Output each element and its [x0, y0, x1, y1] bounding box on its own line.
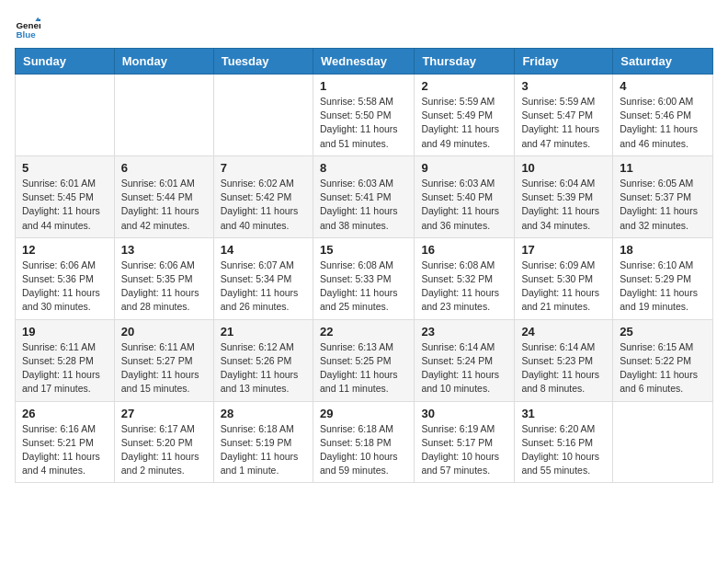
day-info: Sunrise: 6:06 AMSunset: 5:36 PMDaylight:…	[22, 259, 108, 315]
week-row-5: 26Sunrise: 6:16 AMSunset: 5:21 PMDayligh…	[16, 401, 713, 483]
day-info: Sunrise: 6:11 AMSunset: 5:28 PMDaylight:…	[22, 340, 108, 396]
day-cell: 20Sunrise: 6:11 AMSunset: 5:27 PMDayligh…	[114, 319, 213, 401]
day-number: 12	[22, 243, 108, 257]
day-number: 9	[421, 161, 507, 175]
day-cell: 23Sunrise: 6:14 AMSunset: 5:24 PMDayligh…	[415, 319, 515, 401]
day-number: 28	[221, 407, 306, 420]
day-number: 29	[320, 407, 407, 420]
day-number: 16	[421, 243, 507, 257]
day-info: Sunrise: 6:18 AMSunset: 5:18 PMDaylight:…	[320, 422, 407, 478]
day-number: 21	[221, 325, 306, 339]
week-row-2: 5Sunrise: 6:01 AMSunset: 5:45 PMDaylight…	[16, 155, 713, 237]
day-number: 11	[620, 161, 706, 175]
day-cell: 9Sunrise: 6:03 AMSunset: 5:40 PMDaylight…	[415, 155, 515, 237]
day-info: Sunrise: 6:14 AMSunset: 5:24 PMDaylight:…	[421, 340, 507, 396]
day-cell: 13Sunrise: 6:06 AMSunset: 5:35 PMDayligh…	[114, 237, 213, 319]
day-cell: 21Sunrise: 6:12 AMSunset: 5:26 PMDayligh…	[213, 319, 313, 401]
day-info: Sunrise: 6:00 AMSunset: 5:46 PMDaylight:…	[620, 95, 706, 151]
day-cell: 4Sunrise: 6:00 AMSunset: 5:46 PMDaylight…	[613, 75, 713, 156]
day-number: 20	[121, 325, 207, 339]
day-cell: 5Sunrise: 6:01 AMSunset: 5:45 PMDaylight…	[16, 155, 115, 237]
day-number: 8	[320, 161, 407, 175]
day-cell: 10Sunrise: 6:04 AMSunset: 5:39 PMDayligh…	[515, 155, 613, 237]
day-cell: 24Sunrise: 6:14 AMSunset: 5:23 PMDayligh…	[515, 319, 613, 401]
day-cell: 18Sunrise: 6:10 AMSunset: 5:29 PMDayligh…	[613, 237, 713, 319]
day-cell	[613, 401, 713, 483]
day-info: Sunrise: 6:02 AMSunset: 5:42 PMDaylight:…	[221, 177, 306, 233]
day-number: 30	[421, 407, 507, 420]
day-cell: 8Sunrise: 6:03 AMSunset: 5:41 PMDaylight…	[313, 155, 414, 237]
day-info: Sunrise: 6:04 AMSunset: 5:39 PMDaylight:…	[521, 177, 606, 233]
col-header-wednesday: Wednesday	[313, 49, 414, 75]
day-cell: 17Sunrise: 6:09 AMSunset: 5:30 PMDayligh…	[515, 237, 613, 319]
day-cell: 26Sunrise: 6:16 AMSunset: 5:21 PMDayligh…	[16, 401, 115, 483]
day-cell: 7Sunrise: 6:02 AMSunset: 5:42 PMDaylight…	[213, 155, 313, 237]
day-info: Sunrise: 6:19 AMSunset: 5:17 PMDaylight:…	[421, 422, 507, 478]
day-cell: 15Sunrise: 6:08 AMSunset: 5:33 PMDayligh…	[313, 237, 414, 319]
day-info: Sunrise: 5:59 AMSunset: 5:49 PMDaylight:…	[421, 95, 507, 151]
col-header-friday: Friday	[515, 49, 613, 75]
day-cell: 1Sunrise: 5:58 AMSunset: 5:50 PMDaylight…	[313, 75, 414, 156]
day-info: Sunrise: 6:05 AMSunset: 5:37 PMDaylight:…	[620, 177, 706, 233]
day-info: Sunrise: 6:14 AMSunset: 5:23 PMDaylight:…	[521, 340, 606, 396]
day-cell	[213, 75, 313, 156]
day-info: Sunrise: 6:17 AMSunset: 5:20 PMDaylight:…	[121, 422, 207, 478]
day-number: 4	[620, 79, 706, 93]
day-cell: 6Sunrise: 6:01 AMSunset: 5:44 PMDaylight…	[114, 155, 213, 237]
day-number: 25	[620, 325, 706, 339]
day-info: Sunrise: 6:13 AMSunset: 5:25 PMDaylight:…	[320, 340, 407, 396]
day-number: 14	[221, 243, 306, 257]
page-header: General Blue	[15, 15, 713, 40]
day-number: 23	[421, 325, 507, 339]
day-info: Sunrise: 6:11 AMSunset: 5:27 PMDaylight:…	[121, 340, 207, 396]
day-info: Sunrise: 6:03 AMSunset: 5:40 PMDaylight:…	[421, 177, 507, 233]
day-info: Sunrise: 6:12 AMSunset: 5:26 PMDaylight:…	[221, 340, 306, 396]
day-cell: 19Sunrise: 6:11 AMSunset: 5:28 PMDayligh…	[16, 319, 115, 401]
day-cell: 16Sunrise: 6:08 AMSunset: 5:32 PMDayligh…	[415, 237, 515, 319]
day-info: Sunrise: 5:59 AMSunset: 5:47 PMDaylight:…	[521, 95, 606, 151]
day-number: 31	[521, 407, 606, 420]
col-header-monday: Monday	[114, 49, 213, 75]
day-cell: 31Sunrise: 6:20 AMSunset: 5:16 PMDayligh…	[515, 401, 613, 483]
day-cell	[114, 75, 213, 156]
day-info: Sunrise: 5:58 AMSunset: 5:50 PMDaylight:…	[320, 95, 407, 151]
day-number: 10	[521, 161, 606, 175]
day-info: Sunrise: 6:09 AMSunset: 5:30 PMDaylight:…	[521, 259, 606, 315]
day-cell: 27Sunrise: 6:17 AMSunset: 5:20 PMDayligh…	[114, 401, 213, 483]
day-info: Sunrise: 6:07 AMSunset: 5:34 PMDaylight:…	[221, 259, 306, 315]
day-number: 1	[320, 79, 407, 93]
day-number: 6	[121, 161, 207, 175]
day-cell: 12Sunrise: 6:06 AMSunset: 5:36 PMDayligh…	[16, 237, 115, 319]
day-cell: 28Sunrise: 6:18 AMSunset: 5:19 PMDayligh…	[213, 401, 313, 483]
day-number: 3	[521, 79, 606, 93]
day-number: 18	[620, 243, 706, 257]
day-number: 26	[22, 407, 108, 420]
day-info: Sunrise: 6:06 AMSunset: 5:35 PMDaylight:…	[121, 259, 207, 315]
day-info: Sunrise: 6:03 AMSunset: 5:41 PMDaylight:…	[320, 177, 407, 233]
day-info: Sunrise: 6:18 AMSunset: 5:19 PMDaylight:…	[221, 422, 306, 478]
day-number: 19	[22, 325, 108, 339]
day-cell: 22Sunrise: 6:13 AMSunset: 5:25 PMDayligh…	[313, 319, 414, 401]
day-cell	[16, 75, 115, 156]
svg-text:Blue: Blue	[16, 29, 36, 40]
day-number: 7	[221, 161, 306, 175]
day-number: 27	[121, 407, 207, 420]
logo: General Blue	[15, 15, 40, 40]
col-header-sunday: Sunday	[16, 49, 115, 75]
header-row: SundayMondayTuesdayWednesdayThursdayFrid…	[16, 49, 713, 75]
day-info: Sunrise: 6:16 AMSunset: 5:21 PMDaylight:…	[22, 422, 108, 478]
col-header-tuesday: Tuesday	[213, 49, 313, 75]
calendar-table: SundayMondayTuesdayWednesdayThursdayFrid…	[15, 48, 713, 483]
day-info: Sunrise: 6:01 AMSunset: 5:45 PMDaylight:…	[22, 177, 108, 233]
day-number: 13	[121, 243, 207, 257]
day-number: 2	[421, 79, 507, 93]
day-info: Sunrise: 6:08 AMSunset: 5:33 PMDaylight:…	[320, 259, 407, 315]
day-info: Sunrise: 6:20 AMSunset: 5:16 PMDaylight:…	[521, 422, 606, 478]
day-info: Sunrise: 6:01 AMSunset: 5:44 PMDaylight:…	[121, 177, 207, 233]
day-cell: 2Sunrise: 5:59 AMSunset: 5:49 PMDaylight…	[415, 75, 515, 156]
day-cell: 3Sunrise: 5:59 AMSunset: 5:47 PMDaylight…	[515, 75, 613, 156]
logo-icon: General Blue	[15, 15, 40, 40]
day-cell: 30Sunrise: 6:19 AMSunset: 5:17 PMDayligh…	[415, 401, 515, 483]
day-cell: 11Sunrise: 6:05 AMSunset: 5:37 PMDayligh…	[613, 155, 713, 237]
day-number: 22	[320, 325, 407, 339]
